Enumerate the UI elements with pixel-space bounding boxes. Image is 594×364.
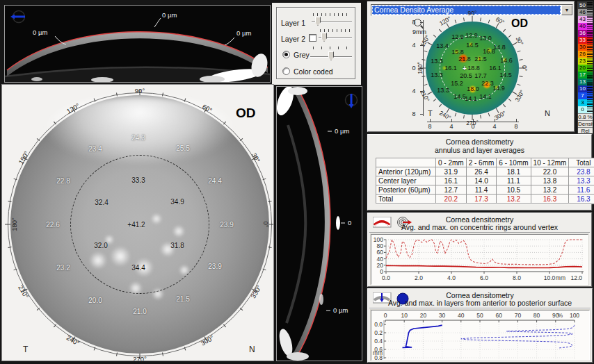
densito-color-scale: 504643403633302623201713107300.8 %Densit…	[577, 1, 593, 135]
angle-label: 0°	[262, 221, 270, 227]
angle-tick	[495, 108, 499, 113]
scale-value: 26	[578, 51, 587, 58]
svg-text:0.2: 0.2	[374, 329, 383, 336]
dropdown-arrow-icon[interactable]: ▼	[561, 5, 572, 15]
angle-label: 30°	[515, 35, 525, 46]
table-subtitle: annulus and layer averages	[368, 146, 591, 154]
v-axis-label: 8	[412, 19, 415, 26]
h-axis-label: 4	[492, 123, 496, 130]
angle-tick	[517, 84, 520, 86]
table-value-cell: 13.2	[497, 195, 531, 204]
zoom-diameter-label: 9mm	[412, 28, 426, 35]
angle-tick	[513, 42, 517, 45]
angle-label: 180°	[10, 217, 18, 231]
eye-side-label: OD	[236, 106, 256, 121]
angle-tick	[508, 99, 511, 101]
map-value: +41.2	[127, 221, 145, 229]
table-title: Cornea densitometry	[368, 138, 591, 146]
scale-value: 36	[578, 30, 587, 37]
svg-text:100: 100	[570, 312, 579, 319]
densitometry-table-panel: Cornea densitometry annulus and layer av…	[367, 134, 592, 210]
angle-tick	[268, 201, 272, 202]
table-header-cell: 10 - 12mm	[531, 158, 569, 167]
pachy-label-top: 0 µm	[335, 127, 349, 135]
map-value: 31.8	[170, 242, 184, 249]
scale-entry: 17	[578, 72, 593, 78]
rings-chart-panel: Cornea densitometry Avg. and max. on con…	[367, 213, 592, 287]
v-axis-tick	[420, 22, 424, 23]
scale-value: 7	[578, 92, 587, 99]
eye-orientation-icon	[342, 90, 360, 110]
table-header-cell: Total	[569, 158, 594, 167]
grey-radio[interactable]	[282, 51, 290, 58]
table-value-cell: 11.4	[466, 185, 497, 195]
angle-label: 330°	[249, 283, 262, 299]
rings-chart-plot: 0204060801000.02.04.06.08.010.012.0mm	[371, 234, 588, 285]
table-row: Center layer16.114.011.113.813.3	[376, 176, 594, 185]
map-value: 23.9	[220, 221, 233, 229]
h-axis-tick	[516, 119, 517, 122]
angle-tick	[269, 224, 274, 225]
angle-label: 240°	[65, 333, 81, 347]
v-axis-label: 0	[412, 65, 415, 72]
table-row: Anterior (120µm)31.926.418.122.023.8	[376, 167, 594, 176]
table-value-cell: 16.1	[436, 176, 467, 185]
scale-stripes	[587, 23, 593, 30]
series-avg	[386, 265, 582, 267]
map-value: 23.4	[88, 145, 102, 153]
angle-label: 60°	[494, 15, 505, 26]
svg-text:0.4: 0.4	[374, 338, 383, 345]
svg-text:10: 10	[401, 312, 408, 319]
scale-value: 0	[578, 106, 587, 113]
angle-tick	[184, 99, 186, 102]
nasal-label: N	[249, 345, 255, 354]
layer1-label: Layer 1	[281, 19, 305, 27]
svg-text:60: 60	[495, 312, 502, 319]
scale-entry: 23	[578, 58, 593, 65]
pachy-label-bottom: 0 µm	[333, 306, 348, 314]
angle-label: 120°	[65, 101, 81, 115]
grey-label: Grey	[294, 51, 310, 59]
angle-label: 300°	[199, 333, 215, 347]
angle-tick	[495, 23, 499, 28]
scale-stripes	[587, 72, 593, 78]
table-value-cell: 31.9	[436, 167, 467, 176]
scale-stripes	[587, 37, 593, 44]
table-value-cell: 22.0	[531, 167, 569, 176]
grayscale-densitometry-map: 90°120°150°180°210°240°270°300°330°0°30°…	[1, 84, 274, 361]
v-axis-label: 4	[412, 88, 415, 94]
angle-tick	[472, 16, 473, 22]
svg-text:mm: mm	[556, 274, 565, 281]
scale-entry: 46	[578, 9, 593, 16]
layer1-slider-ticks	[313, 13, 351, 16]
grey-slider-thumb[interactable]	[328, 51, 334, 60]
color-coded-radio[interactable]	[282, 67, 290, 75]
angle-tick	[508, 35, 511, 38]
table-value-cell: 16.3	[531, 195, 569, 204]
scale-stripes	[587, 9, 593, 16]
layer2-slider-thumb[interactable]	[321, 33, 327, 42]
dropdown-selected-value[interactable]: Cornea Densito Average	[372, 6, 561, 15]
scale-value: 10	[578, 85, 587, 92]
svg-text:50: 50	[476, 312, 483, 319]
color-coded-label: Color coded	[294, 67, 333, 76]
angle-tick	[262, 269, 266, 271]
layer1-slider-thumb[interactable]	[315, 17, 321, 26]
inner-zone-dashed-circle	[440, 35, 505, 101]
svg-text:30: 30	[439, 312, 446, 319]
map-value: 20.0	[88, 297, 102, 304]
angle-tick	[519, 76, 522, 77]
angle-tick	[424, 84, 428, 86]
layer2-checkbox[interactable]	[309, 34, 316, 42]
map-value: 21.0	[133, 308, 146, 315]
layer2-label: Layer 2	[281, 35, 305, 43]
pachy-label-left: 0 µm	[33, 28, 47, 36]
angle-tick	[239, 138, 242, 141]
svg-text:0.0: 0.0	[374, 321, 383, 328]
scale-stripes	[587, 44, 593, 51]
densito-display-dropdown[interactable]: Cornea Densito Average ▼	[371, 4, 573, 16]
table-value-cell: 11.1	[497, 176, 531, 185]
table-total-cell: 13.3	[569, 176, 594, 185]
table-header-cell: 0 - 2mm	[436, 158, 467, 167]
map-value: 34.9	[170, 198, 184, 206]
